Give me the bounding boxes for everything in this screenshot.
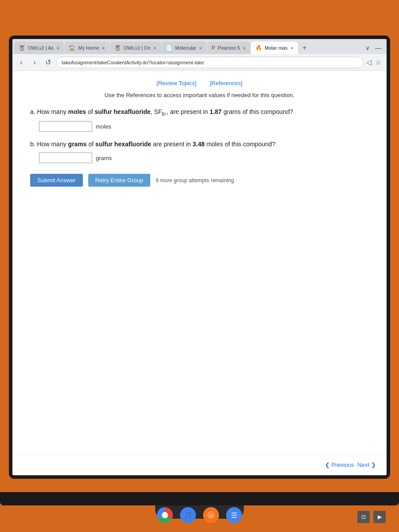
page-content: [Review Topics] [References] Use the Ref… bbox=[12, 71, 387, 454]
question-b-compound: sulfur hexafluoride bbox=[95, 141, 151, 148]
question-b-mid: of bbox=[87, 141, 95, 148]
previous-button[interactable]: ❮ Previous bbox=[325, 462, 354, 468]
tab-close-molecular[interactable]: × bbox=[199, 45, 203, 51]
question-a-unit: moles bbox=[96, 123, 111, 130]
question-a-block: a. How many moles of sulfur hexafluoride… bbox=[30, 107, 369, 132]
browser-tab-bar: 🦉 OWLv2 | As × 🏠 My Home × 🦉 OWLv2 | On … bbox=[12, 39, 387, 54]
voice-icon[interactable]: 🎵 bbox=[180, 507, 196, 523]
taskbar: 🎵 ⓤ ☰ bbox=[157, 507, 242, 523]
question-b-value: 3.48 bbox=[193, 141, 205, 148]
bookmark-icon[interactable]: ◁ bbox=[366, 58, 372, 66]
retry-group-button[interactable]: Retry Entire Group bbox=[88, 174, 150, 187]
browser-screen: 🦉 OWLv2 | As × 🏠 My Home × 🦉 OWLv2 | On … bbox=[12, 39, 387, 475]
tab-owlv2-as[interactable]: 🦉 OWLv2 | As × bbox=[14, 42, 64, 54]
laptop-frame: 🦉 OWLv2 | As × 🏠 My Home × 🦉 OWLv2 | On … bbox=[9, 35, 390, 479]
review-links-bar: [Review Topics] [References] bbox=[30, 80, 369, 86]
docs-icon[interactable]: ☰ bbox=[226, 507, 242, 523]
tab-close-owlv2on[interactable]: × bbox=[153, 45, 156, 51]
tab-icon-pearson: P bbox=[211, 45, 215, 51]
tab-close-owlv2as[interactable]: × bbox=[56, 45, 60, 51]
question-a-value: 1.87 bbox=[210, 108, 222, 115]
back-button[interactable]: ‹ bbox=[16, 57, 27, 68]
url-bar[interactable]: takeAssignment/takeCovalentActivity.do?l… bbox=[56, 57, 364, 68]
question-b-text: b. How many grams of sulfur hexafluoride… bbox=[30, 140, 369, 149]
next-button[interactable]: Next ❯ bbox=[357, 462, 376, 468]
new-tab-button[interactable]: + bbox=[298, 42, 311, 54]
question-b-unit: grams bbox=[96, 155, 112, 161]
review-topics-link[interactable]: [Review Topics] bbox=[156, 80, 196, 86]
page-navigation: ❮ Previous Next ❯ bbox=[12, 454, 387, 475]
address-bar-container: ‹ › ↺ takeAssignment/takeCovalentActivit… bbox=[12, 54, 387, 71]
tab-close-myhome[interactable]: × bbox=[102, 45, 106, 51]
tab-molecular[interactable]: 📄 Molecular × bbox=[161, 42, 207, 54]
question-b-block: b. How many grams of sulfur hexafluoride… bbox=[30, 140, 369, 163]
question-b-input[interactable] bbox=[39, 153, 92, 163]
question-a-mid2: , are present in bbox=[167, 108, 210, 115]
reload-button[interactable]: ↺ bbox=[43, 57, 53, 68]
laptop-bottom-bar bbox=[0, 492, 399, 505]
star-icon[interactable]: ☆ bbox=[375, 58, 381, 66]
tab-icon-owlv2on: 🦉 bbox=[114, 45, 121, 51]
tab-close-molar[interactable]: × bbox=[290, 45, 293, 51]
chevron-right-icon: ❯ bbox=[371, 462, 376, 468]
music-icon[interactable]: ⓤ bbox=[203, 507, 219, 523]
tray-icon-1[interactable]: ⊡ bbox=[357, 511, 370, 523]
question-a-formula: , SF6, bbox=[151, 108, 167, 115]
attempts-remaining: 9 more group attempts remaining bbox=[156, 177, 234, 184]
question-b-bold: grams bbox=[68, 141, 87, 148]
question-b-prefix: b. How many bbox=[30, 141, 68, 148]
question-a-suffix: grams of this compound? bbox=[222, 108, 293, 115]
tab-close-pearson[interactable]: × bbox=[243, 45, 246, 51]
browser-action-icons: ◁ ☆ bbox=[366, 58, 383, 66]
references-link[interactable]: [References] bbox=[210, 80, 243, 86]
url-text: takeAssignment/takeCovalentActivity.do?l… bbox=[62, 60, 204, 65]
tab-owlv2-on[interactable]: 🦉 OWLv2 | On × bbox=[110, 42, 161, 54]
tab-icon-owlv2as: 🦉 bbox=[19, 45, 25, 51]
question-a-answer-row: moles bbox=[39, 121, 369, 132]
submit-answer-button[interactable]: Submit Answer bbox=[30, 174, 83, 187]
question-a-input[interactable] bbox=[39, 121, 92, 132]
question-a-bold: moles bbox=[68, 108, 86, 115]
tab-pearson[interactable]: P Pearson 5 × bbox=[207, 42, 250, 54]
tab-icon-molecular: 📄 bbox=[166, 45, 172, 51]
question-a-mid1: of bbox=[86, 108, 94, 115]
reference-note: Use the References to access important v… bbox=[30, 92, 369, 98]
question-b-mid2: are present in bbox=[151, 141, 192, 148]
tray-icon-2[interactable]: ▶ bbox=[373, 511, 386, 523]
question-a-compound: sulfur hexafluoride bbox=[95, 108, 151, 115]
question-b-answer-row: grams bbox=[39, 153, 369, 163]
question-a-text: a. How many moles of sulfur hexafluoride… bbox=[30, 107, 369, 117]
chrome-icon[interactable] bbox=[157, 507, 173, 523]
question-a-prefix: a. How many bbox=[30, 108, 68, 115]
chevron-left-icon: ❮ bbox=[325, 462, 330, 468]
minimize-button[interactable]: ∨ bbox=[364, 43, 372, 52]
tab-molar[interactable]: 🔥 Molar mas × bbox=[251, 42, 298, 54]
forward-button[interactable]: › bbox=[29, 57, 40, 68]
system-tray: ⊡ ▶ bbox=[357, 511, 386, 523]
window-close-button[interactable]: — bbox=[373, 43, 383, 52]
action-buttons-row: Submit Answer Retry Entire Group 9 more … bbox=[30, 174, 369, 187]
tab-myhome[interactable]: 🏠 My Home × bbox=[64, 42, 110, 54]
tab-icon-molar: 🔥 bbox=[255, 45, 262, 51]
window-controls: ∨ — bbox=[364, 43, 385, 54]
question-b-suffix: moles of this compound? bbox=[205, 141, 276, 148]
tab-icon-myhome: 🏠 bbox=[69, 45, 75, 51]
